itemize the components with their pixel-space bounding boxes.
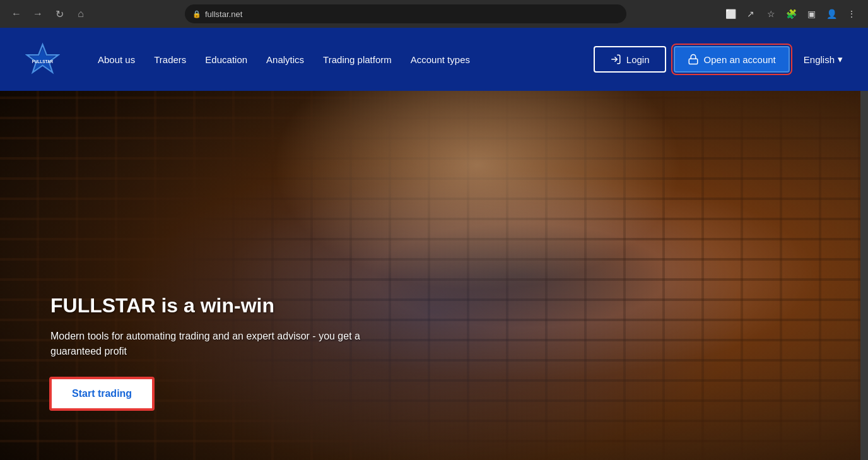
hero-section: FULLSTAR is a win-win Modern tools for a… [0,91,868,460]
back-button[interactable]: ← [8,5,25,23]
browser-chrome: ← → ↻ ⌂ 🔒 fullstar.net ⬜ ↗ ☆ 🧩 ▣ 👤 ⋮ [0,0,868,28]
svg-text:FULLSTAR: FULLSTAR [32,59,54,64]
hero-content: FULLSTAR is a win-win Modern tools for a… [50,294,397,410]
nav-analytics[interactable]: Analytics [266,54,304,65]
nav-buttons: ← → ↻ ⌂ [8,5,90,23]
account-icon[interactable]: 👤 [823,5,840,23]
logo[interactable]: FULLSTAR [25,42,60,77]
hero-subtitle: Modern tools for automating trading and … [50,329,397,359]
website: FULLSTAR About us Traders Education Anal… [0,28,868,460]
nav-education[interactable]: Education [205,54,247,65]
layout-icon[interactable]: ▣ [802,5,820,23]
open-account-icon [688,54,699,65]
screenshot-icon[interactable]: ⬜ [722,5,739,23]
forward-button[interactable]: → [29,5,47,23]
open-account-button[interactable]: Open an account [674,46,790,73]
extensions-icon[interactable]: 🧩 [782,5,800,23]
browser-toolbar: ⬜ ↗ ☆ 🧩 ▣ 👤 ⋮ [722,5,860,23]
hero-title: FULLSTAR is a win-win [50,294,397,317]
refresh-button[interactable]: ↻ [50,5,68,23]
nav-about-us[interactable]: About us [98,54,135,65]
bookmark-icon[interactable]: ☆ [762,5,780,23]
navbar: FULLSTAR About us Traders Education Anal… [0,28,868,91]
login-icon [610,54,621,65]
svg-rect-4 [689,59,698,64]
language-selector[interactable]: English ▾ [804,54,843,65]
logo-star-icon: FULLSTAR [25,42,60,77]
nav-account-types[interactable]: Account types [411,54,470,65]
nav-links: About us Traders Education Analytics Tra… [98,54,594,65]
home-button[interactable]: ⌂ [72,5,90,23]
url-text: fullstar.net [205,9,242,19]
address-bar[interactable]: 🔒 fullstar.net [185,4,626,23]
menu-icon[interactable]: ⋮ [843,5,860,23]
nav-actions: Login Open an account English ▾ [594,46,843,73]
share-icon[interactable]: ↗ [742,5,760,23]
start-trading-button[interactable]: Start trading [50,378,153,410]
lock-icon: 🔒 [192,10,201,18]
login-button[interactable]: Login [594,46,666,73]
nav-traders[interactable]: Traders [154,54,186,65]
nav-trading-platform[interactable]: Trading platform [323,54,392,65]
chevron-down-icon: ▾ [838,54,843,65]
